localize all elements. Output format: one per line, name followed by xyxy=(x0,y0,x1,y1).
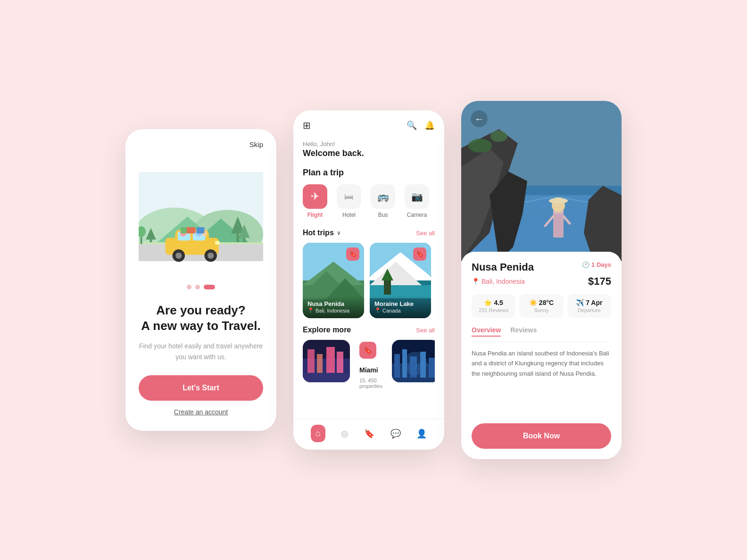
category-hotel[interactable]: 🛏 Hotel xyxy=(337,184,361,218)
progress-dots xyxy=(139,285,263,289)
category-camera[interactable]: 📷 Camera xyxy=(405,184,429,218)
detail-card: Nusa Penida 🕐 1 Days 📍 Bali, Indonesia $… xyxy=(461,252,622,459)
moraine-lake-info: Moraine Lake 📍Canada xyxy=(370,296,431,318)
nav-bookmarks[interactable]: 🔖 xyxy=(364,428,374,439)
nav-explore[interactable]: ◎ xyxy=(341,428,349,439)
nusa-penida-location: 📍Bali, Indonesia xyxy=(307,307,359,313)
hotel-label: Hotel xyxy=(342,212,356,218)
book-now-button[interactable]: Book Now xyxy=(472,423,611,449)
trip-card-moraine-lake[interactable]: 🔖 Moraine Lake 📍Canada xyxy=(370,243,431,318)
detail-image: ← xyxy=(461,101,622,261)
sunny-icon: ☀️ xyxy=(529,299,537,306)
svg-rect-55 xyxy=(394,354,400,378)
onboard-title: Are you ready? A new way to Travel. xyxy=(139,303,263,335)
detail-days: 🕐 1 Days xyxy=(582,261,611,268)
search-icon[interactable]: 🔍 xyxy=(407,120,417,131)
svg-rect-25 xyxy=(197,227,205,233)
explore-miami-info: 🔖 Miami 15, 450 properties xyxy=(356,340,386,391)
svg-rect-49 xyxy=(317,354,323,373)
screen-onboarding: Skip xyxy=(125,129,276,431)
home-content: ⊞ 🔍 🔔 Hello, John! Welcome back. Plan a … xyxy=(293,110,444,419)
bus-icon-box: 🚌 xyxy=(371,184,395,209)
nav-profile[interactable]: 👤 xyxy=(416,428,427,439)
svg-rect-27 xyxy=(215,241,219,245)
miami-bookmark[interactable]: 🔖 xyxy=(359,342,376,359)
skip-button[interactable]: Skip xyxy=(139,140,263,148)
svg-rect-59 xyxy=(429,358,435,378)
screens-container: Skip xyxy=(107,73,640,487)
miami-name: Miami xyxy=(359,366,382,374)
hot-trips-chevron[interactable]: ∨ xyxy=(337,230,341,236)
dot-2 xyxy=(195,285,200,289)
top-icons: 🔍 🔔 xyxy=(407,120,435,131)
greeting-small: Hello, John! xyxy=(303,140,435,148)
top-bar: ⊞ 🔍 🔔 xyxy=(303,120,435,131)
explore-card-city2[interactable] xyxy=(392,340,435,382)
car-illustration xyxy=(139,153,263,280)
explore-more-see-all[interactable]: See all xyxy=(416,327,435,334)
destination-name: Nusa Penida xyxy=(472,261,534,273)
svg-point-76 xyxy=(490,131,507,142)
dot-3 xyxy=(204,285,215,289)
svg-point-18 xyxy=(175,253,182,259)
flight-label: Flight xyxy=(307,212,323,218)
clock-icon: 🕐 xyxy=(582,261,589,268)
svg-rect-50 xyxy=(326,347,335,373)
greeting-large: Welcome back. xyxy=(303,148,435,158)
svg-rect-51 xyxy=(337,352,343,373)
screen-detail: ← Nusa Penida 🕐 1 Days 📍 Bali, Indonesia… xyxy=(461,101,622,459)
destination-price: $175 xyxy=(588,275,611,288)
notification-icon[interactable]: 🔔 xyxy=(424,120,435,131)
moraine-lake-name: Moraine Lake xyxy=(374,300,426,307)
category-row: ✈ Flight 🛏 Hotel 🚌 Bus xyxy=(303,184,435,218)
detail-tabs: Overview Reviews xyxy=(472,326,611,342)
svg-rect-48 xyxy=(307,349,315,373)
explore-more-header: Explore more See all xyxy=(303,326,435,334)
weather-label: Sunny xyxy=(523,307,559,313)
explore-card-miami-img[interactable] xyxy=(303,340,350,382)
nav-home[interactable]: ⌂ xyxy=(311,425,325,442)
camera-label: Camera xyxy=(407,212,427,218)
svg-rect-52 xyxy=(303,373,350,382)
hot-trips-see-all[interactable]: See all xyxy=(416,230,435,237)
plane-icon: ✈️ xyxy=(576,299,584,306)
hotel-icon-box: 🛏 xyxy=(337,184,361,209)
svg-point-60 xyxy=(404,352,427,375)
nav-chat[interactable]: 💬 xyxy=(390,428,401,439)
lets-start-button[interactable]: Let's Start xyxy=(139,375,263,401)
bottom-nav: ⌂ ◎ 🔖 💬 👤 xyxy=(293,419,444,450)
back-button[interactable]: ← xyxy=(471,110,488,127)
moraine-lake-bookmark[interactable]: 🔖 xyxy=(413,247,426,261)
camera-icon-box: 📷 xyxy=(405,184,429,209)
tab-reviews[interactable]: Reviews xyxy=(510,326,537,337)
illustration-area xyxy=(139,148,263,285)
nusa-penida-bookmark[interactable]: 🔖 xyxy=(346,247,359,261)
stat-weather: ☀️ 28°C Sunny xyxy=(519,294,563,318)
detail-header: Nusa Penida 🕐 1 Days xyxy=(472,261,611,273)
svg-point-75 xyxy=(468,139,492,153)
detail-location-row: 📍 Bali, Indonesia $175 xyxy=(472,275,611,288)
screen-home: ⊞ 🔍 🔔 Hello, John! Welcome back. Plan a … xyxy=(293,110,444,450)
nusa-penida-info: Nusa Penida 📍Bali, Indonesia xyxy=(303,296,364,318)
star-icon: ⭐ xyxy=(484,299,492,306)
svg-rect-26 xyxy=(181,227,187,233)
detail-description: Nusa Pendia an island southest of Indone… xyxy=(472,348,611,379)
plan-trip-title: Plan a trip xyxy=(303,168,435,178)
moraine-lake-location: 📍Canada xyxy=(374,307,426,313)
create-account-link[interactable]: Create an account xyxy=(139,408,263,416)
svg-rect-72 xyxy=(553,214,564,238)
reviews-label: 231 Reviews xyxy=(475,307,512,313)
hot-trips-header: Hot trips ∨ See all xyxy=(303,229,435,237)
destination-location: 📍 Bali, Indonesia xyxy=(472,278,525,285)
explore-more-title: Explore more xyxy=(303,326,351,334)
tab-overview[interactable]: Overview xyxy=(472,326,501,337)
dot-1 xyxy=(187,285,191,289)
trip-card-nusa-penida[interactable]: 🔖 Nusa Penida 📍Bali, Indonesia xyxy=(303,243,364,318)
onboard-subtitle: Find your hotel easily and travel anywhe… xyxy=(139,341,263,362)
departure-label: Departure xyxy=(571,307,607,313)
detail-content: Nusa Penida 🕐 1 Days 📍 Bali, Indonesia $… xyxy=(461,252,622,423)
grid-icon[interactable]: ⊞ xyxy=(303,120,311,131)
bus-label: Bus xyxy=(378,212,388,218)
category-flight[interactable]: ✈ Flight xyxy=(303,184,327,218)
category-bus[interactable]: 🚌 Bus xyxy=(371,184,395,218)
